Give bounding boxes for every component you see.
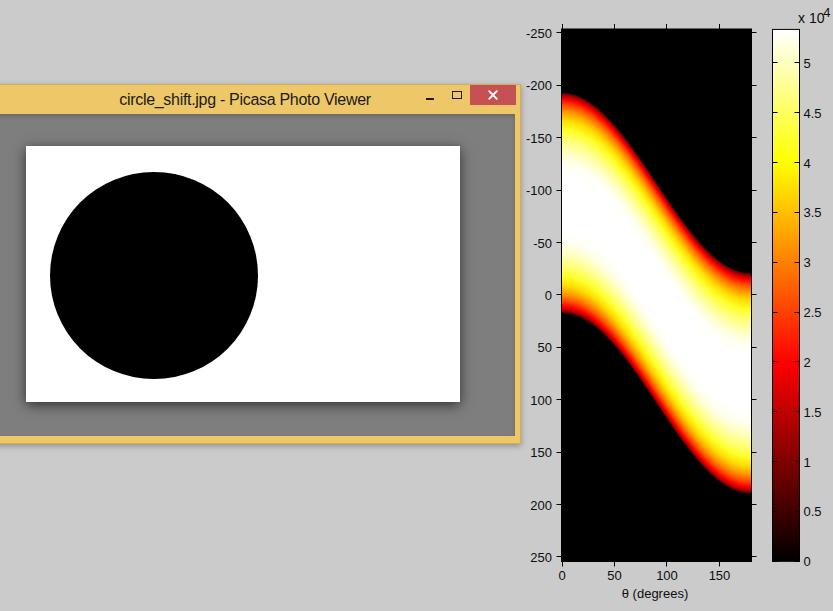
- svg-text:3: 3: [804, 255, 811, 270]
- svg-text:4: 4: [804, 156, 811, 171]
- svg-text:-150: -150: [526, 131, 552, 146]
- svg-text:1.5: 1.5: [804, 405, 822, 420]
- svg-text:50: 50: [607, 568, 621, 583]
- svg-text:0.5: 0.5: [804, 504, 822, 519]
- svg-text:150: 150: [709, 568, 731, 583]
- svg-text:-200: -200: [526, 78, 552, 93]
- svg-text:0: 0: [545, 288, 552, 303]
- svg-text:x 10: x 10: [798, 10, 825, 26]
- svg-text:4.5: 4.5: [804, 106, 822, 121]
- svg-text:1: 1: [804, 455, 811, 470]
- svg-text:100: 100: [656, 568, 678, 583]
- svg-text:-100: -100: [526, 183, 552, 198]
- svg-text:0: 0: [804, 554, 811, 569]
- svg-text:-50: -50: [533, 236, 552, 251]
- svg-text:4: 4: [823, 5, 830, 20]
- svg-text:150: 150: [530, 445, 552, 460]
- svg-text:250: 250: [530, 550, 552, 565]
- svg-text:3.5: 3.5: [804, 205, 822, 220]
- svg-text:5: 5: [804, 56, 811, 71]
- svg-text:0: 0: [558, 568, 565, 583]
- svg-text:200: 200: [530, 498, 552, 513]
- svg-text:50: 50: [538, 340, 552, 355]
- svg-text:2.5: 2.5: [804, 305, 822, 320]
- svg-text:-250: -250: [526, 26, 552, 41]
- svg-text:2: 2: [804, 355, 811, 370]
- svg-text:θ (degrees): θ (degrees): [622, 586, 688, 601]
- svg-text:100: 100: [530, 393, 552, 408]
